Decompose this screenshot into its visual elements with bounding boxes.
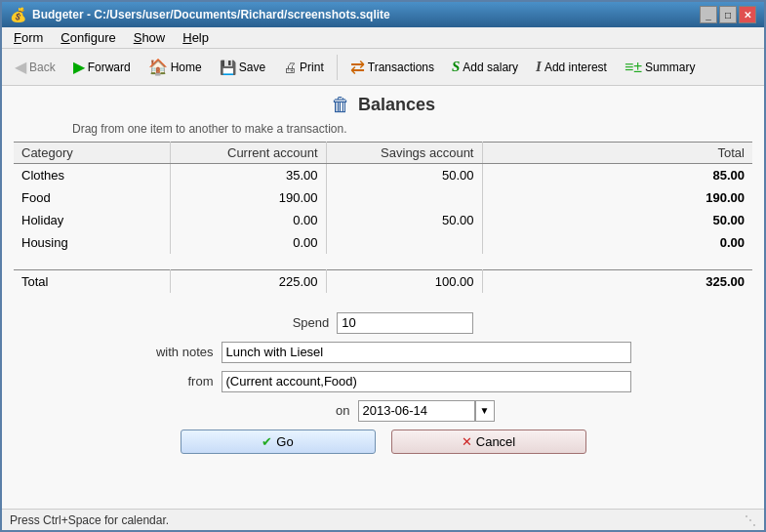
date-input[interactable] (358, 400, 475, 422)
row-total: 85.00 (482, 164, 752, 187)
col-header-category: Category (14, 143, 170, 164)
back-icon: ◀ (15, 58, 26, 76)
notes-label: with notes (136, 345, 214, 359)
total-savings: 100.00 (326, 269, 482, 293)
window-title: Budgeter - C:/Users/user/Documents/Richa… (32, 8, 390, 21)
back-button[interactable]: ◀ Back (8, 54, 62, 80)
col-header-total: Total (482, 143, 752, 164)
menu-form[interactable]: Form (6, 28, 51, 47)
transactions-label: Transactions (368, 61, 434, 74)
date-dropdown-button[interactable]: ▼ (475, 400, 495, 422)
print-button[interactable]: 🖨 Print (276, 56, 331, 79)
go-label: Go (276, 434, 293, 449)
button-row: ✔ Go ✕ Cancel (14, 430, 752, 454)
back-label: Back (29, 61, 56, 74)
menu-show[interactable]: Show (126, 28, 174, 47)
page-title: Balances (358, 95, 435, 115)
forward-label: Forward (88, 61, 131, 74)
col-header-savings: Savings account (326, 143, 482, 164)
empty-row (14, 254, 752, 269)
row-savings: 50.00 (326, 164, 482, 187)
status-message: Press Ctrl+Space for calendar. (10, 513, 169, 527)
summary-icon: ≡± (625, 59, 642, 76)
menu-help[interactable]: Help (175, 28, 217, 47)
table-row[interactable]: Food 190.00 190.00 (14, 186, 752, 209)
row-savings (326, 186, 482, 209)
table-row[interactable]: Holiday 0.00 50.00 50.00 (14, 209, 752, 231)
menu-bar: Form Configure Show Help (2, 27, 764, 49)
main-window: 💰 Budgeter - C:/Users/user/Documents/Ric… (0, 0, 766, 532)
notes-input[interactable] (222, 342, 631, 363)
cancel-button[interactable]: ✕ Cancel (391, 430, 586, 454)
home-label: Home (171, 61, 202, 74)
add-salary-icon: S (452, 59, 460, 75)
print-label: Print (300, 61, 324, 74)
transactions-button[interactable]: ⇄ Transactions (343, 53, 441, 82)
row-savings (326, 231, 482, 254)
transactions-icon: ⇄ (350, 57, 365, 78)
home-icon: 🏠 (148, 58, 168, 76)
status-resize-grip: ⋱ (745, 513, 756, 527)
spend-row: Spend (14, 312, 752, 334)
add-interest-icon: I (536, 59, 542, 75)
form-section: Spend with notes from on ▼ (14, 305, 752, 454)
summary-label: Summary (645, 61, 695, 74)
page-header: 🗑 Balances (14, 94, 752, 116)
toolbar: ◀ Back ▶ Forward 🏠 Home 💾 Save 🖨 Print ⇄… (2, 49, 764, 86)
row-category: Food (14, 186, 170, 209)
total-current: 225.00 (170, 269, 326, 293)
menu-configure[interactable]: Configure (53, 28, 123, 47)
main-content: 🗑 Balances Drag from one item to another… (2, 86, 764, 509)
table-row[interactable]: Clothes 35.00 50.00 85.00 (14, 164, 752, 187)
row-savings: 50.00 (326, 209, 482, 231)
cancel-label: Cancel (476, 434, 515, 449)
col-header-current: Current account (170, 143, 326, 164)
toolbar-separator-1 (337, 55, 338, 80)
save-label: Save (239, 61, 265, 74)
row-total: 50.00 (482, 209, 752, 231)
on-label: on (272, 403, 350, 418)
status-bar: Press Ctrl+Space for calendar. ⋱ (2, 509, 764, 530)
total-label: Total (14, 269, 170, 293)
date-row: on ▼ (14, 400, 752, 422)
minimize-button[interactable]: _ (700, 6, 717, 23)
row-current: 0.00 (170, 209, 326, 231)
summary-button[interactable]: ≡± Summary (618, 55, 702, 80)
forward-button[interactable]: ▶ Forward (66, 54, 138, 80)
home-button[interactable]: 🏠 Home (141, 54, 209, 80)
spend-input[interactable] (337, 312, 473, 334)
notes-row: with notes (14, 342, 752, 363)
row-category: Clothes (14, 164, 170, 187)
print-icon: 🖨 (283, 60, 297, 75)
row-category: Holiday (14, 209, 170, 231)
drag-hint: Drag from one item to another to make a … (72, 122, 752, 136)
close-button[interactable]: ✕ (739, 6, 756, 23)
from-input[interactable] (222, 371, 631, 392)
row-current: 0.00 (170, 231, 326, 254)
title-bar-left: 💰 Budgeter - C:/Users/user/Documents/Ric… (10, 7, 390, 22)
row-current: 190.00 (170, 186, 326, 209)
row-current: 35.00 (170, 164, 326, 187)
add-interest-label: Add interest (544, 61, 607, 74)
go-button[interactable]: ✔ Go (181, 430, 376, 454)
balance-table: Category Current account Savings account… (14, 142, 752, 293)
add-interest-button[interactable]: I Add interest (529, 55, 614, 79)
title-controls: _ □ ✕ (700, 6, 756, 23)
spend-label: Spend (293, 315, 330, 330)
cancel-x-icon: ✕ (462, 434, 472, 449)
app-icon: 💰 (10, 7, 26, 22)
table-row[interactable]: Housing 0.00 0.00 (14, 231, 752, 254)
forward-icon: ▶ (73, 58, 85, 76)
add-salary-label: Add salary (463, 61, 518, 74)
row-category: Housing (14, 231, 170, 254)
maximize-button[interactable]: □ (719, 6, 737, 23)
row-total: 190.00 (482, 186, 752, 209)
add-salary-button[interactable]: S Add salary (445, 55, 525, 79)
go-checkmark-icon: ✔ (262, 434, 272, 449)
title-bar: 💰 Budgeter - C:/Users/user/Documents/Ric… (2, 2, 764, 27)
page-icon: 🗑 (331, 94, 350, 116)
save-icon: 💾 (220, 60, 236, 75)
from-label: from (136, 374, 214, 389)
save-button[interactable]: 💾 Save (213, 56, 272, 79)
total-total: 325.00 (482, 269, 752, 293)
